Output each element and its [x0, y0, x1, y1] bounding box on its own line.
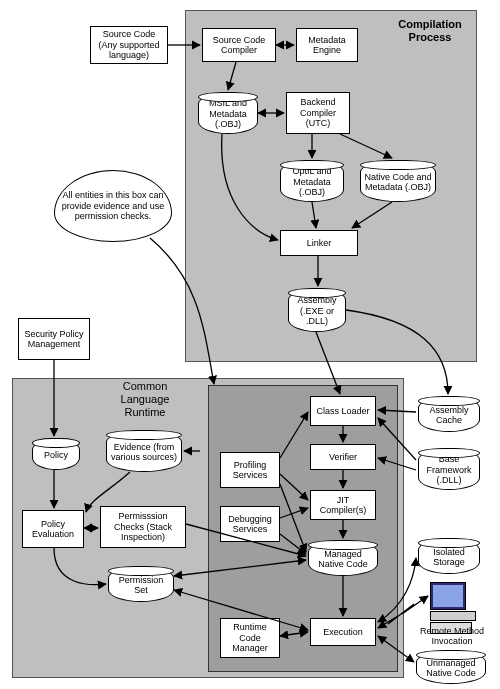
policy-cyl: Policy: [32, 438, 80, 470]
source-code-compiler-box: Source Code Compiler: [202, 28, 276, 62]
optil-obj-cyl: OptIL and Metadata (.OBJ): [280, 160, 344, 202]
security-policy-mgmt-box: Security Policy Management: [18, 318, 90, 360]
assembly-cache-cyl: Assembly Cache: [418, 396, 480, 432]
evidence-cloud-note: All entities in this box can provide evi…: [54, 170, 172, 242]
linker-box: Linker: [280, 230, 358, 256]
managed-native-code-cyl: Managed Native Code: [308, 540, 378, 576]
compilation-panel-title: Compilation Process: [390, 18, 470, 44]
clr-panel-title: Common Language Runtime: [110, 380, 180, 420]
execution-box: Execution: [310, 618, 376, 646]
isolated-storage-cyl: Isolated Storage: [418, 538, 480, 574]
backend-compiler-box: Backend Compiler (UTC): [286, 92, 350, 134]
permission-checks-box: Permisssion Checks (Stack Inspection): [100, 506, 186, 548]
permission-set-cyl: Permission Set: [108, 566, 174, 602]
remote-method-invocation-label: Remote Method Invocation: [412, 626, 492, 647]
msil-obj-cyl: MSIL and Metadata (.OBJ): [198, 92, 258, 134]
assembly-cyl: Assembly (.EXE or .DLL): [288, 288, 346, 332]
class-loader-box: Class Loader: [310, 396, 376, 426]
verifier-box: Verifier: [310, 444, 376, 470]
metadata-engine-box: Metadata Engine: [296, 28, 358, 62]
runtime-code-manager-box: Runtime Code Manager: [220, 618, 280, 658]
native-obj-cyl: Native Code and Metadata (.OBJ): [360, 160, 436, 202]
source-code-note: Source Code (Any supported language): [90, 26, 168, 64]
profiling-services-box: Profiling Services: [220, 452, 280, 488]
evidence-cyl: Evidence (from various sources): [106, 430, 182, 472]
policy-evaluation-box: Policy Evaluation: [22, 510, 84, 548]
unmanaged-native-code-cyl: Unmanaged Native Code: [416, 650, 486, 684]
debugging-services-box: Debugging Services: [220, 506, 280, 542]
jit-compilers-box: JIT Compiler(s): [310, 490, 376, 520]
base-framework-cyl: Base Framework (.DLL): [418, 448, 480, 490]
